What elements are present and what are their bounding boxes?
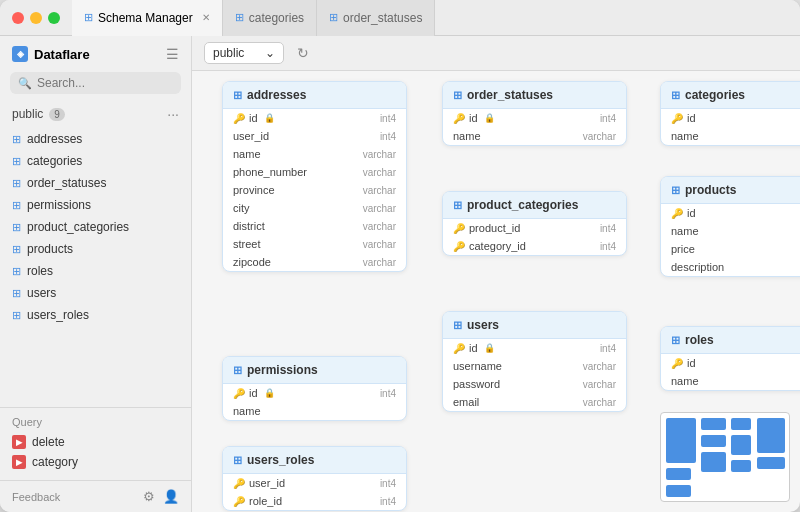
- brand-icon: ◈: [12, 46, 28, 62]
- sidebar-item-product-categories[interactable]: ⊞ product_categories: [0, 216, 191, 238]
- search-icon: 🔍: [18, 77, 32, 90]
- traffic-lights: [12, 12, 60, 24]
- sidebar-item-categories[interactable]: ⊞ categories: [0, 150, 191, 172]
- minimap[interactable]: [660, 412, 790, 502]
- table-grid-icon: ⊞: [671, 89, 680, 102]
- sidebar-footer: Feedback ⚙ 👤: [0, 480, 191, 512]
- table-products[interactable]: ⊞ products 🔑id name price description: [660, 176, 800, 277]
- brand: ◈ Dataflare: [12, 46, 90, 62]
- sidebar-item-permissions[interactable]: ⊞ permissions: [0, 194, 191, 216]
- account-icon[interactable]: 👤: [163, 489, 179, 504]
- svg-rect-9: [757, 418, 785, 453]
- refresh-button[interactable]: ↻: [292, 42, 314, 64]
- table-permissions[interactable]: ⊞ permissions 🔑id🔒 int4 name: [222, 356, 407, 421]
- svg-rect-7: [666, 468, 691, 480]
- canvas-wrapper: public ⌄ ↻ ⊞ addresses 🔑id🔒 int4 use: [192, 36, 800, 512]
- lock-icon: 🔒: [264, 388, 275, 398]
- table-name: categories: [685, 88, 745, 102]
- table-name: users_roles: [247, 453, 314, 467]
- query-item-category[interactable]: ▶ category: [12, 452, 179, 472]
- lock-icon: 🔒: [484, 113, 495, 123]
- table-users-roles[interactable]: ⊞ users_roles 🔑user_id int4 🔑role_id int…: [222, 446, 407, 511]
- sidebar-item-users[interactable]: ⊞ users: [0, 282, 191, 304]
- table-icon: ⊞: [12, 133, 21, 146]
- table-name: addresses: [247, 88, 306, 102]
- settings-icon[interactable]: ⚙: [143, 489, 155, 504]
- table-row: 🔑product_id int4: [443, 219, 626, 237]
- table-row: usernamevarchar: [443, 357, 626, 375]
- chevron-down-icon: ⌄: [265, 46, 275, 60]
- table-row: provincevarchar: [223, 181, 406, 199]
- order-statuses-tab-icon: ⊞: [329, 11, 338, 24]
- query-item-delete[interactable]: ▶ delete: [12, 432, 179, 452]
- key-icon: 🔑: [233, 113, 245, 124]
- table-header-product-categories: ⊞ product_categories: [443, 192, 626, 219]
- lock-icon: 🔒: [484, 343, 495, 353]
- col-type: int4: [600, 113, 616, 124]
- table-row: zipcodevarchar: [223, 253, 406, 271]
- table-name: products: [685, 183, 736, 197]
- minimize-button[interactable]: [30, 12, 42, 24]
- table-icon: ⊞: [12, 243, 21, 256]
- table-row: namevarchar: [443, 127, 626, 145]
- key-icon: 🔑: [671, 113, 683, 124]
- table-header-products: ⊞ products: [661, 177, 800, 204]
- table-icon: ⊞: [12, 155, 21, 168]
- canvas-content[interactable]: ⊞ addresses 🔑id🔒 int4 user_idint4 nameva…: [192, 71, 800, 512]
- sidebar-item-label: categories: [27, 154, 82, 168]
- table-row: cityvarchar: [223, 199, 406, 217]
- table-header-categories: ⊞ categories: [661, 82, 800, 109]
- table-grid-icon: ⊞: [453, 199, 462, 212]
- sidebar-items: ⊞ addresses ⊞ categories ⊞ order_statuse…: [0, 126, 191, 407]
- search-box[interactable]: 🔍: [10, 72, 181, 94]
- sidebar-item-addresses[interactable]: ⊞ addresses: [0, 128, 191, 150]
- table-order-statuses[interactable]: ⊞ order_statuses 🔑id🔒 int4 namevarchar: [442, 81, 627, 146]
- col-type: int4: [380, 478, 396, 489]
- table-row: name: [223, 402, 406, 420]
- table-icon: ⊞: [12, 177, 21, 190]
- key-icon: 🔑: [233, 496, 245, 507]
- key-icon: 🔑: [453, 343, 465, 354]
- table-grid-icon: ⊞: [233, 454, 242, 467]
- sidebar-item-order-statuses[interactable]: ⊞ order_statuses: [0, 172, 191, 194]
- table-name: users: [467, 318, 499, 332]
- svg-rect-10: [757, 457, 785, 469]
- table-product-categories[interactable]: ⊞ product_categories 🔑product_id int4 🔑c…: [442, 191, 627, 256]
- table-header-users: ⊞ users: [443, 312, 626, 339]
- table-row: 🔑role_id int4: [223, 492, 406, 510]
- schema-options-icon[interactable]: ···: [167, 106, 179, 122]
- tab-close-icon[interactable]: ✕: [202, 12, 210, 23]
- sidebar-item-users-roles[interactable]: ⊞ users_roles: [0, 304, 191, 326]
- tab-order-statuses[interactable]: ⊞ order_statuses: [317, 0, 435, 36]
- table-row: name: [661, 222, 800, 240]
- main-layout: ◈ Dataflare ☰ 🔍 public 9 ··· ⊞ addresses: [0, 36, 800, 512]
- search-input[interactable]: [37, 76, 173, 90]
- col-type: int4: [600, 343, 616, 354]
- table-roles[interactable]: ⊞ roles 🔑id name: [660, 326, 800, 391]
- svg-rect-4: [731, 418, 751, 430]
- table-row: name: [661, 127, 800, 145]
- table-row: emailvarchar: [443, 393, 626, 411]
- tab-schema-manager[interactable]: ⊞ Schema Manager ✕: [72, 0, 223, 36]
- schema-select[interactable]: public ⌄: [204, 42, 284, 64]
- table-row: 🔑id: [661, 109, 800, 127]
- sidebar-item-roles[interactable]: ⊞ roles: [0, 260, 191, 282]
- sidebar-menu-icon[interactable]: ☰: [166, 46, 179, 62]
- maximize-button[interactable]: [48, 12, 60, 24]
- table-users[interactable]: ⊞ users 🔑id🔒 int4 usernamevarchar passwo…: [442, 311, 627, 412]
- tab-categories[interactable]: ⊞ categories: [223, 0, 317, 36]
- table-row: districtvarchar: [223, 217, 406, 235]
- query-section-label: Query: [12, 416, 179, 428]
- close-button[interactable]: [12, 12, 24, 24]
- key-icon: 🔑: [671, 358, 683, 369]
- query-section: Query ▶ delete ▶ category: [0, 407, 191, 480]
- svg-rect-0: [666, 418, 696, 463]
- table-addresses[interactable]: ⊞ addresses 🔑id🔒 int4 user_idint4 nameva…: [222, 81, 407, 272]
- table-icon: ⊞: [12, 221, 21, 234]
- col-type: int4: [380, 496, 396, 507]
- table-categories[interactable]: ⊞ categories 🔑id name: [660, 81, 800, 146]
- table-grid-icon: ⊞: [233, 364, 242, 377]
- table-grid-icon: ⊞: [671, 334, 680, 347]
- table-header-addresses: ⊞ addresses: [223, 82, 406, 109]
- sidebar-item-products[interactable]: ⊞ products: [0, 238, 191, 260]
